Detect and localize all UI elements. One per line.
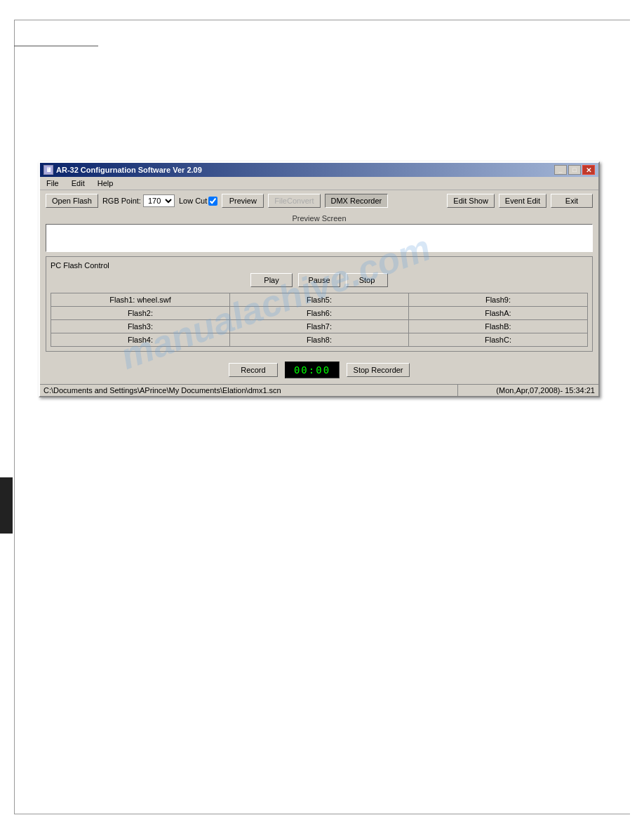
toolbar: Open Flash RGB Point: 170 128 200 255 Lo…	[40, 190, 598, 211]
page-border-top	[14, 20, 630, 20]
menubar: File Edit Help	[40, 177, 598, 190]
low-cut-label: Low Cut	[179, 197, 207, 205]
flash-control-section: PC Flash Control Play Pause Stop Flash1:…	[46, 256, 593, 352]
low-cut-container: Low Cut	[179, 197, 217, 206]
timer-display: 00:00	[285, 362, 340, 378]
window-title: AR-32 Configurnation Software Ver 2.09	[56, 166, 202, 174]
flash-cell-b[interactable]: FlashB:	[409, 320, 587, 333]
statusbar-time: (Mon,Apr,07,2008)- 15:34:21	[458, 385, 598, 396]
statusbar-path: C:\Documents and Settings\APrince\My Doc…	[40, 385, 458, 396]
small-line	[14, 46, 98, 46]
window-controls: _ □ ✕	[554, 165, 595, 175]
close-button[interactable]: ✕	[582, 165, 595, 175]
flash-cell-8[interactable]: Flash8:	[230, 333, 408, 346]
flash-cell-3[interactable]: Flash3:	[51, 320, 229, 333]
open-flash-button[interactable]: Open Flash	[46, 194, 98, 208]
flash-cell-a[interactable]: FlashA:	[409, 307, 587, 319]
menu-file[interactable]: File	[43, 178, 62, 188]
flash-cell-1[interactable]: Flash1: wheel.swf	[51, 293, 229, 306]
flash-cell-c[interactable]: FlashC:	[409, 333, 587, 346]
low-cut-checkbox[interactable]	[208, 197, 217, 206]
pause-button[interactable]: Pause	[298, 273, 340, 287]
side-tab	[0, 477, 13, 534]
preview-screen	[46, 224, 593, 252]
play-button[interactable]: Play	[250, 273, 293, 287]
flash-control-title: PC Flash Control	[51, 261, 588, 270]
edit-show-button[interactable]: Edit Show	[447, 194, 495, 208]
dmx-recorder-button[interactable]: DMX Recorder	[325, 194, 389, 208]
statusbar: C:\Documents and Settings\APrince\My Doc…	[40, 384, 598, 396]
rgb-point-container: RGB Point: 170 128 200 255	[102, 194, 175, 207]
page-border-left	[14, 20, 15, 814]
page-border-bottom	[14, 814, 630, 814]
minimize-button[interactable]: _	[554, 165, 567, 175]
flash-playback-controls: Play Pause Stop	[51, 273, 588, 287]
record-button[interactable]: Record	[229, 363, 278, 377]
file-convert-button[interactable]: FileConvert	[268, 194, 320, 208]
rgb-select[interactable]: 170 128 200 255	[143, 194, 175, 207]
exit-button[interactable]: Exit	[551, 194, 593, 208]
stop-recorder-button[interactable]: Stop Recorder	[347, 363, 410, 377]
event-edit-button[interactable]: Event Edit	[499, 194, 546, 208]
stop-button[interactable]: Stop	[346, 273, 388, 287]
flash-grid: Flash1: wheel.swf Flash5: Flash9: Flash2…	[51, 293, 588, 347]
menu-edit[interactable]: Edit	[69, 178, 88, 188]
preview-section: Preview Screen	[46, 214, 593, 252]
menu-help[interactable]: Help	[95, 178, 116, 188]
preview-button[interactable]: Preview	[222, 194, 264, 208]
rgb-label: RGB Point:	[102, 197, 141, 205]
flash-cell-6[interactable]: Flash6:	[230, 307, 408, 319]
flash-cell-5[interactable]: Flash5:	[230, 293, 408, 306]
flash-cell-2[interactable]: Flash2:	[51, 307, 229, 319]
preview-label: Preview Screen	[46, 214, 593, 223]
titlebar-left: 🖥 AR-32 Configurnation Software Ver 2.09	[43, 165, 202, 175]
maximize-button[interactable]: □	[568, 165, 581, 175]
titlebar: 🖥 AR-32 Configurnation Software Ver 2.09…	[40, 163, 598, 177]
flash-cell-4[interactable]: Flash4:	[51, 333, 229, 346]
window-icon: 🖥	[43, 165, 53, 175]
flash-cell-9[interactable]: Flash9:	[409, 293, 587, 306]
recorder-section: Record 00:00 Stop Recorder	[40, 356, 598, 384]
application-window: 🖥 AR-32 Configurnation Software Ver 2.09…	[39, 161, 600, 397]
flash-cell-7[interactable]: Flash7:	[230, 320, 408, 333]
